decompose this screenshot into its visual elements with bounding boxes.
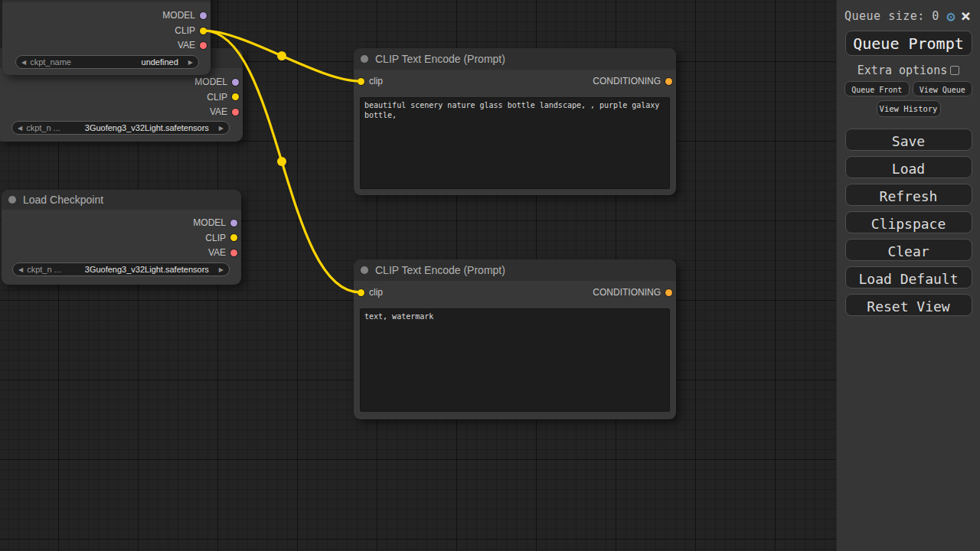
node-title-bar[interactable]: CLIP Text Encode (Prompt) <box>354 259 676 281</box>
output-slot-vae[interactable]: VAE <box>208 247 237 258</box>
ckpt-name-widget[interactable]: ◀ ckpt_n ... 3Guofeng3_v32Light.safetens… <box>12 262 230 276</box>
queue-front-button[interactable]: Queue Front <box>844 81 910 96</box>
load-button[interactable]: Load <box>845 156 972 178</box>
output-slot-clip[interactable]: CLIP <box>175 25 207 36</box>
output-label: CLIP <box>207 92 227 103</box>
widget-label: ckpt_n ... <box>26 123 60 132</box>
widget-label: ckpt_name <box>30 57 71 67</box>
close-icon[interactable]: × <box>961 8 971 24</box>
widget-value: undefined <box>71 57 188 67</box>
node-title: Load Checkpoint <box>23 194 103 206</box>
next-arrow-icon[interactable]: ▶ <box>188 59 193 66</box>
clip-port-icon[interactable] <box>230 234 237 241</box>
positive-prompt-textarea[interactable]: beautiful scenery nature glass bottle la… <box>360 97 670 189</box>
prev-arrow-icon[interactable]: ◀ <box>18 125 22 132</box>
input-slot-clip[interactable]: clip <box>358 287 383 298</box>
load-default-button[interactable]: Load Default <box>845 266 972 289</box>
node-title: CLIP Text Encode (Prompt) <box>375 53 505 65</box>
output-slot-model[interactable]: MODEL <box>193 217 237 228</box>
output-slot-conditioning[interactable]: CONDITIONING <box>593 76 672 86</box>
conditioning-port-icon[interactable] <box>665 78 672 85</box>
comfy-menu: Queue size: 0 ⚙ × Queue Prompt Extra opt… <box>836 0 980 551</box>
node-clip-text-encode-negative[interactable]: CLIP Text Encode (Prompt) clip CONDITION… <box>354 259 676 419</box>
output-label: MODEL <box>162 10 195 21</box>
model-port-icon[interactable] <box>230 220 237 227</box>
link-midpoint-dot[interactable] <box>277 157 286 166</box>
view-history-button[interactable]: View History <box>877 100 941 117</box>
refresh-button[interactable]: Refresh <box>845 184 972 206</box>
widget-label: ckpt_n ... <box>27 265 61 274</box>
graph-canvas[interactable]: MODEL CLIP VAE ◀ ckpt_n ... 3Guofeng3_v3… <box>0 0 980 551</box>
output-label: CONDITIONING <box>593 76 661 86</box>
vae-port-icon[interactable] <box>232 109 239 116</box>
node-load-checkpoint[interactable]: Load Checkpoint MODEL CLIP VAE ◀ ckpt_n … <box>2 190 241 285</box>
clipspace-button[interactable]: Clipspace <box>845 211 972 233</box>
output-label: MODEL <box>194 77 227 87</box>
reset-view-button[interactable]: Reset View <box>845 294 972 316</box>
ckpt-name-widget[interactable]: ◀ ckpt_name undefined ▶ <box>15 55 199 69</box>
output-label: CLIP <box>205 233 226 243</box>
clip-port-icon[interactable] <box>200 28 207 34</box>
clip-port-icon[interactable] <box>232 93 239 100</box>
next-arrow-icon[interactable]: ▶ <box>219 266 224 273</box>
save-button[interactable]: Save <box>845 129 972 151</box>
output-slot-vae[interactable]: VAE <box>210 106 239 117</box>
input-label: clip <box>369 287 383 298</box>
output-slot-vae[interactable]: VAE <box>178 40 207 51</box>
collapse-dot[interactable] <box>361 266 368 274</box>
output-label: CLIP <box>175 25 195 36</box>
input-label: clip <box>369 76 383 86</box>
output-label: CONDITIONING <box>593 287 661 298</box>
output-slot-clip[interactable]: CLIP <box>205 233 237 243</box>
collapse-dot[interactable] <box>361 55 368 63</box>
clip-port-icon[interactable] <box>358 78 364 85</box>
output-slot-conditioning[interactable]: CONDITIONING <box>593 287 672 298</box>
widget-value: 3Guofeng3_v32Light.safetensors <box>61 265 219 274</box>
input-slot-clip[interactable]: clip <box>358 76 383 86</box>
node-checkpoint-top[interactable]: MODEL CLIP VAE ◀ ckpt_name undefined ▶ <box>2 0 211 75</box>
clip-port-icon[interactable] <box>358 289 364 296</box>
node-clip-text-encode-positive[interactable]: CLIP Text Encode (Prompt) clip CONDITION… <box>354 48 676 195</box>
output-label: VAE <box>210 106 227 117</box>
vae-port-icon[interactable] <box>230 249 237 256</box>
negative-prompt-textarea[interactable]: text, watermark <box>360 308 670 412</box>
clear-button[interactable]: Clear <box>845 239 972 261</box>
conditioning-port-icon[interactable] <box>665 289 672 296</box>
output-label: VAE <box>208 247 226 258</box>
ckpt-name-widget[interactable]: ◀ ckpt_n ... 3Guofeng3_v32Light.safetens… <box>11 121 230 135</box>
link-midpoint-dot[interactable] <box>277 51 286 60</box>
extra-options-label: Extra options <box>858 64 947 77</box>
prev-arrow-icon[interactable]: ◀ <box>21 59 26 66</box>
settings-gear-icon[interactable]: ⚙ <box>946 9 955 24</box>
output-slot-model[interactable]: MODEL <box>162 10 207 21</box>
vae-port-icon[interactable] <box>200 42 207 49</box>
queue-size-label: Queue size: 0 <box>844 9 941 23</box>
widget-value: 3Guofeng3_v32Light.safetensors <box>60 123 219 132</box>
node-title-bar[interactable] <box>2 0 211 2</box>
node-title-bar[interactable]: Load Checkpoint <box>2 190 241 210</box>
node-title-bar[interactable]: CLIP Text Encode (Prompt) <box>354 48 676 70</box>
extra-options-checkbox[interactable] <box>950 66 959 75</box>
node-title: CLIP Text Encode (Prompt) <box>375 264 505 276</box>
queue-prompt-button[interactable]: Queue Prompt <box>845 31 972 56</box>
output-label: VAE <box>178 40 195 51</box>
output-slot-clip[interactable]: CLIP <box>207 92 239 103</box>
prev-arrow-icon[interactable]: ◀ <box>18 266 23 273</box>
output-slot-model[interactable]: MODEL <box>194 77 239 87</box>
collapse-dot[interactable] <box>8 196 16 204</box>
model-port-icon[interactable] <box>232 79 239 86</box>
output-label: MODEL <box>193 217 226 228</box>
view-queue-button[interactable]: View Queue <box>913 81 973 96</box>
model-port-icon[interactable] <box>200 12 207 19</box>
next-arrow-icon[interactable]: ▶ <box>219 125 224 132</box>
